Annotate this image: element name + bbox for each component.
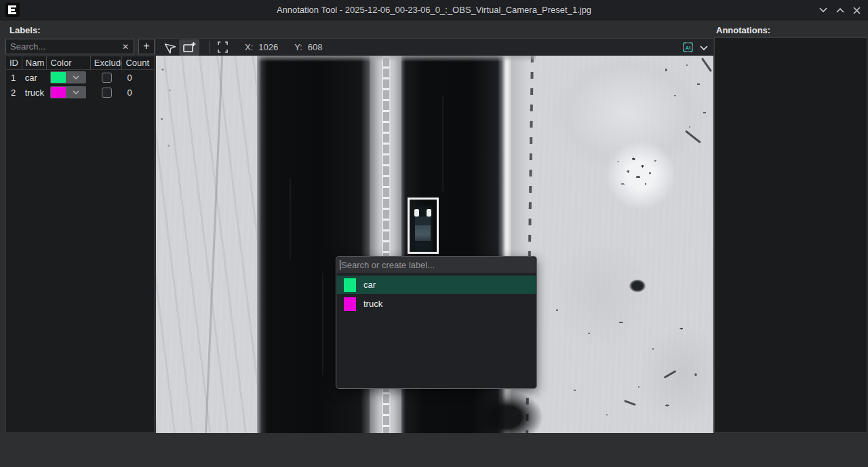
ai-model-icon[interactable]: AI bbox=[682, 41, 694, 54]
window-close-button[interactable] bbox=[850, 3, 863, 17]
popup-item-car[interactable]: car bbox=[337, 276, 536, 294]
add-label-button[interactable]: + bbox=[138, 39, 155, 54]
cursor-tool-icon[interactable] bbox=[159, 39, 179, 56]
annotations-panel: Annotations: bbox=[713, 20, 868, 434]
window-maximize-button[interactable] bbox=[833, 3, 847, 17]
cursor-y-label: Y: bbox=[294, 42, 302, 52]
chevron-down-icon[interactable] bbox=[700, 41, 708, 54]
ai-badge-text: AI bbox=[686, 45, 691, 51]
canvas-column: X: 1026 Y: 608 AI bbox=[156, 20, 713, 434]
cursor-x-value: 1026 bbox=[258, 42, 278, 52]
label-id: 2 bbox=[6, 88, 22, 98]
cursor-x-label: X: bbox=[245, 42, 253, 52]
header-color: Color bbox=[47, 56, 90, 69]
text-caret bbox=[340, 260, 340, 270]
label-select-popup: Search or create label... car truck bbox=[336, 256, 537, 389]
labels-heading: Labels: bbox=[9, 25, 41, 35]
exclude-checkbox[interactable] bbox=[102, 88, 112, 98]
table-row[interactable]: 1 car 0 bbox=[6, 70, 154, 85]
title-bar: Annotation Tool - 2025-12-06_00-23-06_0_… bbox=[0, 0, 868, 20]
label-search-placeholder: Search... bbox=[6, 41, 117, 52]
label-popup-search-input[interactable]: Search or create label... bbox=[337, 257, 536, 273]
popup-item-label: truck bbox=[363, 299, 382, 309]
labels-panel: Labels: Search... ✕ + ID Nam Color Exclu… bbox=[0, 20, 156, 434]
add-box-tool-icon[interactable] bbox=[179, 39, 199, 56]
label-search-input[interactable]: Search... ✕ bbox=[5, 39, 134, 54]
color-swatch bbox=[51, 72, 66, 83]
window-title: Annotation Tool - 2025-12-06_00-23-06_0_… bbox=[0, 0, 868, 20]
color-swatch bbox=[344, 278, 356, 292]
chevron-down-icon bbox=[66, 75, 86, 79]
label-count: 0 bbox=[122, 73, 132, 83]
table-row[interactable]: 2 truck 0 bbox=[6, 85, 154, 100]
annotation-canvas[interactable]: Search or create label... car truck bbox=[156, 56, 713, 433]
labels-table-header: ID Nam Color Exclude Count bbox=[6, 56, 154, 70]
exclude-checkbox[interactable] bbox=[102, 73, 112, 83]
footer-bar: Auto Save Reset Clear ← → Save bbox=[0, 434, 868, 467]
bounding-box[interactable] bbox=[408, 198, 439, 254]
header-name: Nam bbox=[22, 56, 47, 69]
label-count: 0 bbox=[122, 88, 132, 98]
header-exclude: Exclude bbox=[91, 56, 123, 69]
color-swatch bbox=[51, 87, 66, 98]
search-clear-icon[interactable]: ✕ bbox=[117, 42, 134, 52]
canvas-toolbar: X: 1026 Y: 608 AI bbox=[156, 38, 713, 56]
fit-to-screen-icon[interactable] bbox=[212, 39, 233, 56]
label-id: 1 bbox=[6, 73, 22, 83]
label-name: car bbox=[22, 73, 47, 83]
color-swatch bbox=[344, 297, 356, 311]
label-name: truck bbox=[22, 88, 47, 98]
labels-table: ID Nam Color Exclude Count 1 car 0 2 tr bbox=[5, 56, 155, 433]
toolbar-divider bbox=[209, 41, 210, 54]
chevron-down-icon bbox=[66, 90, 86, 94]
label-popup-placeholder: Search or create label... bbox=[341, 260, 435, 270]
color-dropdown[interactable] bbox=[50, 86, 86, 98]
popup-item-label: car bbox=[363, 280, 376, 290]
annotations-list[interactable] bbox=[714, 37, 867, 433]
parked-vehicle bbox=[624, 274, 651, 300]
header-count: Count bbox=[122, 56, 154, 69]
color-dropdown[interactable] bbox=[50, 71, 86, 83]
popup-item-truck[interactable]: truck bbox=[337, 295, 536, 313]
header-id: ID bbox=[6, 56, 22, 69]
annotations-heading: Annotations: bbox=[716, 25, 770, 35]
cursor-y-value: 608 bbox=[308, 42, 323, 52]
window-minimize-button[interactable] bbox=[816, 3, 830, 17]
